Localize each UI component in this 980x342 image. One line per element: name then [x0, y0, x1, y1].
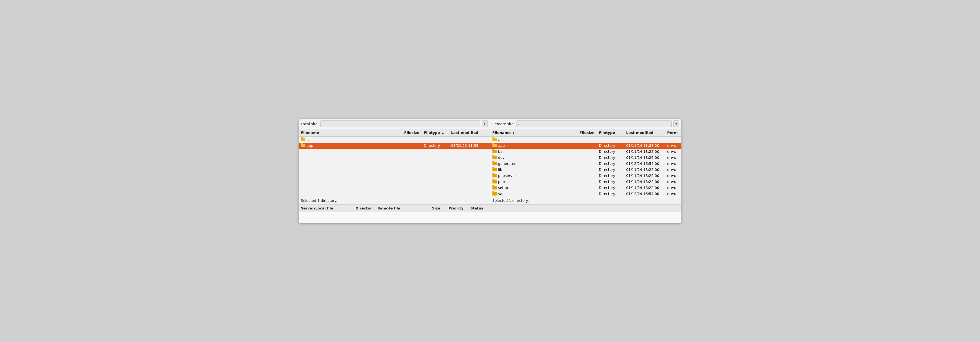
remote-row-generated-filesize	[575, 163, 597, 164]
remote-row-parent-filename: ..	[490, 137, 575, 142]
remote-folder-icon-setup	[492, 186, 497, 190]
remote-file-table: Filename ▲ Filesize Filetype Last modifi…	[490, 129, 682, 197]
remote-row-app-filetype: Directory	[597, 143, 624, 148]
remote-row-generated-perms: drwx	[665, 161, 681, 166]
remote-row-setup-filetype: Directory	[597, 185, 624, 190]
remote-col-filesize-header[interactable]: Filesize	[575, 130, 597, 135]
remote-status-bar: Selected 1 directory.	[490, 197, 682, 204]
local-status-bar: Selected 1 directory.	[299, 197, 490, 204]
remote-row-app-filesize	[575, 145, 597, 146]
remote-row-parent-filesize	[575, 139, 597, 140]
remote-site-dropdown-btn[interactable]: ▼	[673, 120, 679, 127]
dropdown-icon: ▼	[484, 122, 486, 125]
remote-folder-icon-generated	[492, 162, 497, 165]
remote-row-app-perms: drwx	[665, 143, 681, 148]
remote-row-pub-filetype: Directory	[597, 179, 624, 184]
folder-icon	[301, 138, 305, 141]
remote-row-generated-filetype: Directory	[597, 161, 624, 166]
remote-status-text: Selected 1 directory.	[492, 198, 529, 203]
remote-site-input[interactable]	[517, 120, 671, 127]
remote-row-bin-filetype: Directory	[597, 149, 624, 154]
local-col-filesize-header[interactable]: Filesize	[400, 130, 422, 135]
remote-col-filetype-header[interactable]: Filetype	[597, 130, 624, 135]
remote-row-bin-filename: bin	[490, 149, 575, 154]
local-site-input[interactable]	[320, 120, 480, 127]
filetype-sort-arrow: ▲	[442, 131, 444, 134]
local-col-lastmod-header[interactable]: Last modified	[449, 130, 490, 135]
remote-row-lib-filename: lib	[490, 167, 575, 172]
transfer-col-size-header: Size	[430, 206, 446, 211]
remote-folder-icon-parent	[492, 138, 497, 141]
transfer-col-remote-header: Remote file	[375, 206, 430, 211]
local-row-parent-lastmod	[449, 139, 490, 140]
remote-row-setup-filename: setup	[490, 185, 575, 190]
remote-row-var-lastmod: 01/12/24 16:54:00	[624, 192, 665, 196]
remote-row-setup[interactable]: setup Directory 01/11/24 18:22:00 drwx	[490, 185, 682, 191]
local-row-app-filesize	[400, 145, 422, 146]
remote-row-lib-lastmod: 01/11/24 18:22:00	[624, 167, 665, 172]
transfer-queue-body	[299, 212, 681, 223]
remote-row-pub-filesize	[575, 182, 597, 182]
local-row-app-filename: app	[299, 143, 400, 148]
remote-folder-icon-var	[492, 192, 497, 195]
transfer-queue-header: Server/Local file Directio Remote file S…	[299, 204, 681, 212]
dropdown-icon-remote: ▼	[675, 122, 678, 125]
remote-row-phpserver-lastmod: 01/11/24 18:22:00	[624, 173, 665, 178]
remote-site-bar: Remote site: ▼	[490, 119, 682, 129]
remote-col-filename-header[interactable]: Filename ▲	[490, 130, 575, 135]
remote-row-lib-filesize	[575, 169, 597, 170]
local-row-parent-filesize	[400, 139, 422, 140]
remote-row-bin-filesize	[575, 152, 597, 152]
local-col-filename-header[interactable]: Filename	[299, 130, 400, 135]
remote-row-generated-filename: generated	[490, 161, 575, 166]
remote-row-parent-filetype	[597, 139, 624, 140]
remote-col-lastmod-header[interactable]: Last modified	[624, 130, 665, 135]
remote-row-var-perms: drwx	[665, 192, 681, 196]
remote-row-lib-perms: drwx	[665, 167, 681, 172]
remote-row-dev-filetype: Directory	[597, 155, 624, 160]
remote-folder-icon-dev	[492, 156, 497, 159]
local-row-app[interactable]: app Directory 08/21/23 11:52...	[299, 143, 490, 149]
remote-row-var-filetype: Directory	[597, 192, 624, 196]
remote-row-var-filesize	[575, 193, 597, 194]
remote-folder-icon-bin	[492, 150, 497, 153]
remote-row-var-filename: var	[490, 192, 575, 196]
remote-row-setup-lastmod: 01/11/24 18:22:00	[624, 185, 665, 190]
remote-row-bin[interactable]: bin Directory 01/11/24 18:22:00 drwx	[490, 149, 682, 155]
remote-row-app-filename: app	[490, 143, 575, 148]
remote-folder-icon-phpserver	[492, 174, 497, 177]
remote-panel: Remote site: ▼ Filename ▲ Filesize Filet…	[490, 119, 682, 204]
local-row-parent[interactable]: ..	[299, 137, 490, 143]
remote-row-lib-filetype: Directory	[597, 167, 624, 172]
remote-row-bin-lastmod: 01/11/24 18:22:00	[624, 149, 665, 154]
local-site-label: Local site:	[301, 122, 319, 126]
remote-row-dev-filename: dev	[490, 155, 575, 160]
local-row-app-lastmod: 08/21/23 11:52...	[449, 143, 490, 148]
remote-row-var[interactable]: var Directory 01/12/24 16:54:00 drwx	[490, 191, 682, 197]
remote-row-parent[interactable]: ..	[490, 137, 682, 143]
remote-table-header: Filename ▲ Filesize Filetype Last modifi…	[490, 129, 682, 137]
remote-row-parent-lastmod	[624, 139, 665, 140]
folder-icon-app	[301, 144, 305, 147]
transfer-col-status-header: Status	[468, 206, 495, 211]
remote-row-app[interactable]: app Directory 01/11/24 18:28:00 drwx	[490, 143, 682, 149]
remote-row-phpserver-perms: drwx	[665, 173, 681, 178]
local-row-parent-filename: ..	[299, 137, 400, 142]
remote-row-pub[interactable]: pub Directory 01/11/24 18:22:00 drwx	[490, 179, 682, 185]
remote-row-lib[interactable]: lib Directory 01/11/24 18:22:00 drwx	[490, 167, 682, 173]
remote-row-phpserver[interactable]: phpserver Directory 01/11/24 18:22:00 dr…	[490, 173, 682, 179]
transfer-col-priority-header: Priority	[446, 206, 468, 211]
remote-row-generated[interactable]: generated Directory 01/12/24 16:54:00 dr…	[490, 161, 682, 167]
local-site-dropdown-btn[interactable]: ▼	[482, 120, 488, 127]
remote-folder-icon-app	[492, 144, 497, 147]
remote-row-phpserver-filesize	[575, 176, 597, 176]
remote-row-bin-perms: drwx	[665, 149, 681, 154]
remote-row-dev[interactable]: dev Directory 01/11/24 18:22:00 drwx	[490, 155, 682, 161]
panels-wrapper: Local site: ▼ Filename Filesize Filetype…	[299, 119, 681, 204]
remote-col-perms-header[interactable]: Perm	[665, 130, 681, 135]
local-col-filetype-header[interactable]: Filetype ▲	[422, 130, 449, 135]
local-file-table: Filename Filesize Filetype ▲ Last modifi…	[299, 129, 490, 197]
remote-row-dev-perms: drwx	[665, 155, 681, 160]
remote-folder-icon-pub	[492, 180, 497, 184]
remote-row-phpserver-filename: phpserver	[490, 173, 575, 178]
